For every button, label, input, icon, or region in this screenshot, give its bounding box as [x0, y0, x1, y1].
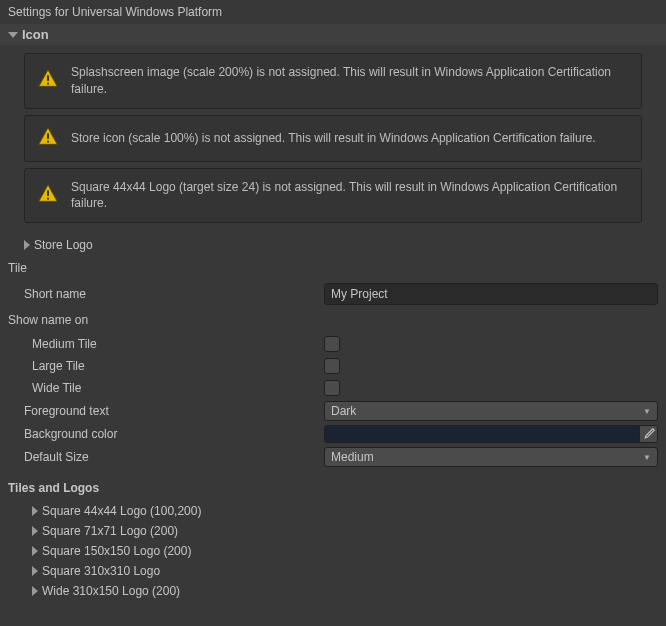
chevron-right-icon: [32, 546, 38, 556]
warning-icon: [37, 68, 59, 93]
tile-header: Tile: [0, 255, 666, 281]
show-name-on-label: Show name on: [0, 307, 666, 333]
logo-foldout[interactable]: Square 310x310 Logo: [0, 561, 666, 581]
tiles-logos-header: Tiles and Logos: [0, 469, 666, 501]
background-color-field[interactable]: [324, 425, 658, 443]
svg-rect-2: [47, 133, 49, 139]
large-tile-checkbox[interactable]: [324, 358, 340, 374]
warning-icon: [37, 183, 59, 208]
logo-label: Square 310x310 Logo: [42, 564, 160, 578]
logo-foldout[interactable]: Square 71x71 Logo (200): [0, 521, 666, 541]
logo-foldout[interactable]: Wide 310x150 Logo (200): [0, 581, 666, 601]
warning-text: Store icon (scale 100%) is not assigned.…: [71, 130, 596, 147]
large-tile-row: Large Tile: [0, 355, 666, 377]
logo-label: Wide 310x150 Logo (200): [42, 584, 180, 598]
logo-foldout[interactable]: Square 44x44 Logo (100,200): [0, 501, 666, 521]
warning-text: Square 44x44 Logo (target size 24) is no…: [71, 179, 629, 213]
svg-rect-0: [47, 76, 49, 82]
medium-tile-label: Medium Tile: [32, 337, 324, 351]
foreground-text-row: Foreground text Dark ▼: [0, 399, 666, 423]
medium-tile-checkbox[interactable]: [324, 336, 340, 352]
short-name-input[interactable]: [324, 283, 658, 305]
svg-rect-4: [47, 190, 49, 196]
warning-list: Splashscreen image (scale 200%) is not a…: [0, 45, 666, 235]
chevron-down-icon: ▼: [643, 453, 651, 462]
chevron-right-icon: [32, 586, 38, 596]
chevron-right-icon: [32, 566, 38, 576]
default-size-value: Medium: [331, 450, 374, 464]
default-size-label: Default Size: [24, 450, 324, 464]
warning-item: Square 44x44 Logo (target size 24) is no…: [24, 168, 642, 224]
warning-icon: [37, 126, 59, 151]
logo-label: Square 71x71 Logo (200): [42, 524, 178, 538]
chevron-right-icon: [24, 240, 30, 250]
medium-tile-row: Medium Tile: [0, 333, 666, 355]
warning-item: Splashscreen image (scale 200%) is not a…: [24, 53, 642, 109]
logo-label: Square 150x150 Logo (200): [42, 544, 191, 558]
large-tile-label: Large Tile: [32, 359, 324, 373]
svg-rect-3: [47, 140, 49, 142]
short-name-row: Short name: [0, 281, 666, 307]
chevron-right-icon: [32, 506, 38, 516]
warning-text: Splashscreen image (scale 200%) is not a…: [71, 64, 629, 98]
wide-tile-label: Wide Tile: [32, 381, 324, 395]
logo-foldout[interactable]: Square 150x150 Logo (200): [0, 541, 666, 561]
wide-tile-checkbox[interactable]: [324, 380, 340, 396]
wide-tile-row: Wide Tile: [0, 377, 666, 399]
color-swatch[interactable]: [325, 426, 639, 442]
chevron-right-icon: [32, 526, 38, 536]
chevron-down-icon: ▼: [643, 407, 651, 416]
icon-section-header[interactable]: Icon: [0, 24, 666, 45]
default-size-row: Default Size Medium ▼: [0, 445, 666, 469]
short-name-label: Short name: [24, 287, 324, 301]
store-logo-foldout[interactable]: Store Logo: [0, 235, 666, 255]
foreground-text-value: Dark: [331, 404, 356, 418]
default-size-select[interactable]: Medium ▼: [324, 447, 658, 467]
chevron-down-icon: [8, 32, 18, 38]
eyedropper-button[interactable]: [639, 426, 657, 442]
svg-rect-1: [47, 83, 49, 85]
logo-label: Square 44x44 Logo (100,200): [42, 504, 201, 518]
background-color-row: Background color: [0, 423, 666, 445]
background-color-label: Background color: [24, 427, 324, 441]
svg-rect-5: [47, 198, 49, 200]
foreground-text-select[interactable]: Dark ▼: [324, 401, 658, 421]
page-title: Settings for Universal Windows Platform: [0, 0, 666, 24]
store-logo-label: Store Logo: [34, 238, 93, 252]
icon-section-label: Icon: [22, 27, 49, 42]
warning-item: Store icon (scale 100%) is not assigned.…: [24, 115, 642, 162]
foreground-text-label: Foreground text: [24, 404, 324, 418]
